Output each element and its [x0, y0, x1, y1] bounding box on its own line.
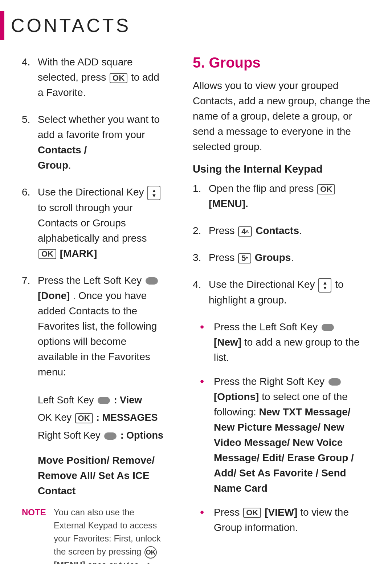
right-column: 5. Groups Allows you to view your groupe… — [178, 55, 392, 564]
ok-key-2: OK — [75, 413, 93, 423]
bullet-item-1: • Press the Left Soft Key [New] to add a… — [200, 319, 374, 365]
right-num-4: 4. — [193, 277, 209, 308]
right-body-2: Press 4s Contacts. — [209, 223, 302, 238]
right-soft-key-icon — [104, 432, 117, 440]
item-7-num: 7. — [22, 273, 38, 380]
right-num-1: 1. — [193, 181, 209, 212]
item-6-body: Use the Directional Key ▲▼ to scroll thr… — [38, 185, 167, 261]
item-5-num: 5. — [22, 112, 38, 173]
right-body-3: Press 5* Groups. — [209, 250, 294, 265]
right-item-1: 1. Open the flip and press OK [MENU]. — [193, 181, 374, 212]
ok-mark-icon: OK — [38, 249, 56, 259]
bullet-item-2: • Press the Right Soft Key [Options] to … — [200, 374, 374, 496]
note-section: NOTE You can also use the External Keypa… — [22, 506, 167, 564]
key-4s: 4s — [238, 226, 252, 237]
bullet-dot-1: • — [200, 320, 211, 334]
left-column: 4. With the ADD square selected, press O… — [0, 55, 178, 564]
bullet-dot-2: • — [200, 375, 211, 388]
left-soft-key-new — [322, 324, 334, 331]
bullet-body-1: Press the Left Soft Key [New] to add a n… — [214, 319, 374, 365]
dir-key-right: ▲▼ — [318, 278, 331, 293]
bullet-body-3: Press OK [VIEW] to view the Group inform… — [214, 505, 374, 535]
dir-key-icon: ▲▼ — [147, 186, 160, 200]
ok-key-menu: OK — [317, 184, 335, 194]
header: CONTACTS — [0, 0, 392, 44]
right-item-2: 2. Press 4s Contacts. — [193, 223, 374, 238]
list-item-4: 4. With the ADD square selected, press O… — [22, 55, 167, 100]
right-key-label: Right Soft Key : Options — [38, 427, 167, 444]
bullet-item-3: • Press OK [VIEW] to view the Group info… — [200, 505, 374, 535]
section-title: 5. Groups — [193, 55, 374, 71]
item-6-num: 6. — [22, 185, 38, 261]
item-7-body: Press the Left Soft Key [Done] . Once yo… — [38, 273, 167, 380]
key-labels: Left Soft Key : View OK Key OK : MESSAGE… — [38, 391, 167, 444]
ok-key-view: OK — [243, 508, 261, 518]
note-body: You can also use the External Keypad to … — [54, 506, 167, 564]
item-4-body: With the ADD square selected, press OK t… — [38, 55, 167, 100]
list-item-7: 7. Press the Left Soft Key [Done] . Once… — [22, 273, 167, 380]
move-heading: Move Position/ Remove/ Remove All/ Set A… — [38, 453, 167, 499]
right-num-2: 2. — [193, 223, 209, 238]
key-5star: 5* — [238, 253, 251, 263]
list-item-5: 5. Select whether you want to add a favo… — [22, 112, 167, 173]
ok-key-label: OK Key OK : MESSAGES — [38, 409, 167, 427]
right-soft-key-options — [328, 378, 341, 386]
list-item-6: 6. Use the Directional Key ▲▼ to scroll … — [22, 185, 167, 261]
right-item-3: 3. Press 5* Groups. — [193, 250, 374, 265]
note-label: NOTE — [22, 506, 51, 564]
left-soft-key-2 — [98, 397, 110, 404]
left-key-label: Left Soft Key : View — [38, 391, 167, 409]
page-title: CONTACTS — [11, 11, 131, 40]
bullet-body-2: Press the Right Soft Key [Options] to se… — [214, 374, 374, 496]
bullet-dot-3: • — [200, 505, 211, 519]
ok-key-icon: OK — [110, 73, 127, 83]
right-body-4: Use the Directional Key ▲▼ to highlight … — [209, 277, 374, 308]
header-bar — [0, 11, 4, 40]
ok-circle-icon: OK — [144, 546, 157, 559]
sub-heading: Using the Internal Keypad — [193, 163, 374, 175]
right-item-4: 4. Use the Directional Key ▲▼ to highlig… — [193, 277, 374, 308]
item-4-num: 4. — [22, 55, 38, 100]
item-5-body: Select whether you want to add a favorit… — [38, 112, 167, 173]
content-area: 4. With the ADD square selected, press O… — [0, 44, 392, 564]
page-container: CONTACTS 4. With the ADD square selected… — [0, 0, 392, 564]
right-body-1: Open the flip and press OK [MENU]. — [209, 181, 374, 212]
section-intro: Allows you to view your grouped Contacts… — [193, 78, 374, 154]
left-soft-key-icon — [146, 277, 158, 285]
right-num-3: 3. — [193, 250, 209, 265]
